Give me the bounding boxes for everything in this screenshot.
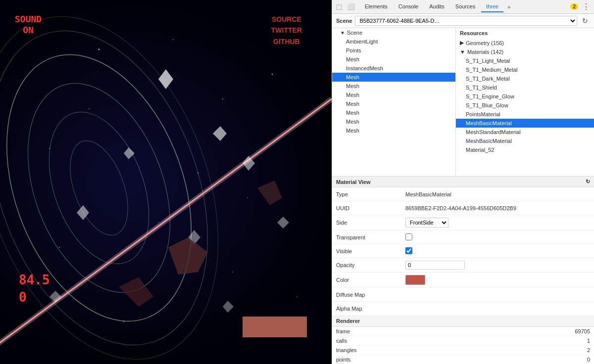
prop-opacity-row: Opacity [332, 258, 594, 273]
renderer-calls-key: calls [336, 338, 347, 344]
renderer-frame-key: frame [336, 328, 350, 334]
prop-visible-checkbox[interactable] [405, 247, 412, 254]
material-s-t1-light-metal[interactable]: S_T1_Light_Metal [456, 56, 594, 65]
prop-opacity-label: Opacity [336, 262, 405, 268]
prop-color-value [405, 275, 590, 285]
prop-diffuse-label: Diffuse Map [336, 292, 405, 298]
resources-header[interactable]: Resources [456, 28, 594, 38]
tree-item-mesh-8[interactable]: Mesh [332, 126, 455, 135]
prop-visible-label: Visible [336, 248, 405, 254]
combo-label: 0 [19, 290, 27, 305]
properties-panel: Type MeshBasicMaterial UUID 8659BBE2-F2D… [332, 187, 594, 364]
prop-transparent-label: Transparent [336, 234, 405, 240]
renderer-calls-row: calls 1 [332, 336, 594, 346]
source-links: SOURCE TWITTER GITHUB [271, 14, 302, 47]
tree-item-scene[interactable]: ▼Scene [332, 28, 455, 37]
tree-item-points[interactable]: Points [332, 46, 455, 55]
prop-uuid-label: UUID [336, 205, 405, 211]
tab-audits[interactable]: Audits [424, 1, 449, 12]
renderer-triangles-key: triangles [336, 347, 357, 353]
prop-color-swatch[interactable] [405, 275, 425, 285]
refresh-scene-button[interactable]: ↻ [580, 17, 590, 25]
renderer-points-val: 0 [587, 357, 590, 363]
material-s-t1-blue-glow[interactable]: S_T1_Blue_Glow [456, 101, 594, 110]
renderer-points-key: points [336, 357, 350, 363]
prop-opacity-input[interactable] [405, 261, 465, 270]
renderer-calls-val: 1 [587, 338, 590, 344]
panels-row: ▼Scene AmbientLight Points Mesh Instance… [332, 28, 594, 177]
prop-visible-row: Visible [332, 244, 594, 258]
material-mesh-basic-material-2[interactable]: MeshBasicMaterial [456, 136, 594, 145]
prop-uuid-row: UUID 8659BBE2-F2D2-4A04-A199-4556D605D2B… [332, 201, 594, 215]
tab-sources[interactable]: Sources [450, 1, 480, 12]
prop-type-label: Type [336, 191, 405, 197]
prop-uuid-value: 8659BBE2-F2D2-4A04-A199-4556D605D2B9 [405, 205, 590, 211]
prop-type-row: Type MeshBasicMaterial [332, 187, 594, 201]
devtools-cursor-icon[interactable]: ⬚ [334, 2, 344, 12]
prop-color-label: Color [336, 277, 405, 283]
sound-on-label: SOUND ON [15, 14, 42, 35]
renderer-triangles-val: 2 [587, 347, 590, 353]
devtools-mobile-icon[interactable]: ⬜ [346, 2, 356, 12]
material-52[interactable]: Material_52 [456, 145, 594, 154]
scene-label: Scene [336, 18, 352, 24]
geometry-section[interactable]: ▶ Geometry (156) [456, 38, 594, 47]
prop-diffuse-row: Diffuse Map [332, 288, 594, 302]
material-s-t1-dark-metal[interactable]: S_T1_Dark_Metal [456, 74, 594, 83]
prop-transparent-value [405, 233, 590, 241]
prop-side-label: Side [336, 220, 405, 226]
material-view-label: Material View [336, 179, 371, 185]
tab-elements[interactable]: Elements [360, 1, 393, 12]
tree-item-mesh-7[interactable]: Mesh [332, 117, 455, 126]
tree-item-mesh-4[interactable]: Mesh [332, 91, 455, 99]
renderer-header: Renderer [332, 316, 594, 327]
material-mesh-basic-material-selected[interactable]: MeshBasicMaterial [456, 119, 594, 128]
resources-panel: Resources ▶ Geometry (156) ▼ Materials (… [456, 28, 594, 176]
prop-opacity-value [405, 261, 590, 270]
tree-item-instancedmesh[interactable]: InstancedMesh [332, 64, 455, 73]
scene-bar: Scene B5B23777-6062-488E-9EA5-D… ↻ [332, 14, 594, 28]
prop-transparent-checkbox[interactable] [405, 233, 412, 240]
prop-transparent-row: Transparent [332, 230, 594, 244]
game-canvas: SOUND ON 84.5 0 SOURCE TWITTER GITHUB [0, 0, 332, 364]
material-view-bar: Material View ↻ [332, 177, 594, 187]
renderer-frame-row: frame 69705 [332, 327, 594, 336]
tree-item-mesh-5[interactable]: Mesh [332, 99, 455, 108]
tree-item-mesh-1[interactable]: Mesh [332, 55, 455, 64]
score-label: 84.5 [19, 273, 50, 287]
devtools-panel: ⬚ ⬜ Elements Console Audits Sources thre… [332, 0, 594, 364]
tree-item-ambientlight[interactable]: AmbientLight [332, 37, 455, 46]
warning-badge: 2 [570, 3, 578, 10]
prop-type-value: MeshBasicMaterial [405, 191, 590, 197]
prop-alpha-label: Alpha Map [336, 306, 405, 312]
prop-visible-value [405, 247, 590, 255]
scene-tree-panel: ▼Scene AmbientLight Points Mesh Instance… [332, 28, 456, 176]
prop-alpha-row: Alpha Map [332, 302, 594, 316]
tree-item-mesh-selected[interactable]: Mesh [332, 73, 455, 82]
tree-item-mesh-6[interactable]: Mesh [332, 108, 455, 117]
material-s-t1-shield[interactable]: S_T1_Shield [456, 83, 594, 92]
renderer-triangles-row: triangles 2 [332, 346, 594, 355]
renderer-points-row: points 0 [332, 355, 594, 364]
prop-side-value: FrontSide BackSide DoubleSide [405, 218, 590, 228]
tree-item-mesh-3[interactable]: Mesh [332, 82, 455, 91]
prop-side-select[interactable]: FrontSide BackSide DoubleSide [405, 218, 448, 228]
material-s-t1-medium-metal[interactable]: S_T1_Medium_Metal [456, 65, 594, 74]
prop-side-row: Side FrontSide BackSide DoubleSide [332, 215, 594, 230]
tab-three[interactable]: three [481, 1, 503, 12]
materials-section[interactable]: ▼ Materials (142) [456, 47, 594, 56]
scene-select[interactable]: B5B23777-6062-488E-9EA5-D… [355, 16, 577, 26]
renderer-frame-val: 69705 [575, 328, 590, 334]
material-s-t1-engine-glow[interactable]: S_T1_Engine_Glow [456, 92, 594, 101]
material-mesh-standard-material[interactable]: MeshStandardMaterial [456, 128, 594, 136]
prop-color-row: Color [332, 273, 594, 288]
devtools-tab-bar: ⬚ ⬜ Elements Console Audits Sources thre… [332, 0, 594, 14]
refresh-material-icon[interactable]: ↻ [586, 179, 590, 185]
tab-more[interactable]: » [504, 2, 513, 12]
tab-console[interactable]: Console [394, 1, 423, 12]
material-points-material[interactable]: PointsMaterial [456, 110, 594, 119]
devtools-menu-icon[interactable]: ⋮ [580, 1, 592, 12]
